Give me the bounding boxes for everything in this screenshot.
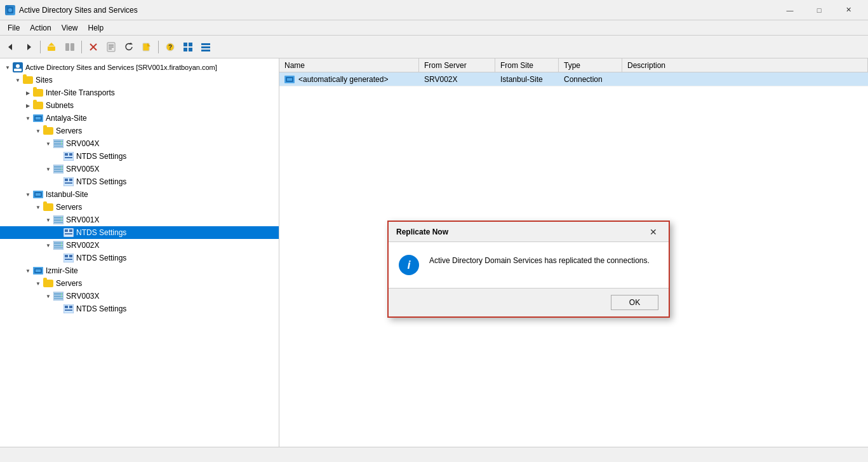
svg-marker-3	[27, 44, 31, 50]
antalya-servers-expand-icon: ▼	[33, 126, 43, 136]
subnets-folder-icon	[33, 100, 43, 111]
view1-button[interactable]	[180, 39, 196, 55]
list-row-0[interactable]: <automatically generated> SRV002X Istanb…	[279, 72, 868, 86]
subnets-label: Subnets	[46, 101, 74, 110]
show-hide-button[interactable]	[62, 39, 78, 55]
tree-sites[interactable]: ▼ Sites	[0, 74, 279, 86]
dialog-message: Active Directory Domain Services has rep…	[429, 255, 650, 266]
svg-point-46	[61, 166, 62, 168]
tree-srv005x[interactable]: ▼ SRV005X	[0, 163, 279, 175]
menu-view[interactable]: View	[57, 20, 83, 35]
tree-srv004x[interactable]: ▼ SRV004X	[0, 137, 279, 150]
svg-rect-7	[70, 43, 74, 51]
tree-ntds-srv001x[interactable]: NTDS Settings	[0, 226, 279, 239]
svg-rect-23	[201, 43, 210, 45]
tree-ntds-srv005x[interactable]: NTDS Settings	[0, 175, 279, 188]
svg-rect-54	[36, 193, 41, 196]
tree-ntds-srv004x[interactable]: NTDS Settings	[0, 150, 279, 163]
tree-istanbul-site[interactable]: ▼ Istanbul-Site	[0, 188, 279, 201]
maximize-button[interactable]: □	[805, 0, 834, 20]
antalya-site-icon	[33, 113, 43, 123]
tree-antalya-servers[interactable]: ▼ Servers	[0, 125, 279, 137]
menu-action[interactable]: Action	[25, 20, 56, 35]
svg-point-60	[61, 220, 62, 221]
srv001x-label: SRV001X	[66, 215, 99, 224]
list-cell-from-server-0: SRV002X	[419, 72, 495, 86]
srv005x-icon	[53, 164, 63, 174]
sites-label: Sites	[36, 76, 53, 85]
tree-srv002x[interactable]: ▼ SRV002X	[0, 239, 279, 252]
export-button[interactable]	[138, 39, 155, 55]
dialog-ok-button[interactable]: OK	[611, 295, 658, 310]
toolbar: ?	[0, 36, 868, 58]
status-bar	[0, 447, 868, 462]
row0-name: <automatically generated>	[298, 75, 388, 84]
izmir-site-label: Izmir-Site	[46, 266, 78, 275]
app-icon	[5, 5, 15, 15]
srv004x-icon	[53, 139, 63, 149]
minimize-button[interactable]: —	[775, 0, 805, 20]
sites-expand-icon: ▼	[13, 75, 23, 85]
ntds-srv004x-label: NTDS Settings	[76, 152, 126, 161]
istanbul-servers-expand-icon: ▼	[33, 202, 43, 212]
col-header-desc[interactable]: Description	[622, 58, 868, 72]
col-header-from-server[interactable]: From Server	[419, 58, 495, 72]
srv004x-expand-icon: ▼	[43, 139, 53, 149]
srv001x-expand-icon: ▼	[43, 215, 53, 225]
svg-rect-85	[65, 306, 68, 308]
ntds-srv005x-spacer	[53, 177, 63, 187]
forward-button[interactable]	[20, 39, 37, 55]
svg-rect-86	[69, 306, 72, 308]
tree-izmir-site[interactable]: ▼ Izmir-Site	[0, 264, 279, 277]
istanbul-servers-label: Servers	[56, 203, 82, 212]
tree-root[interactable]: ▼ Active Directory Sites and Services [S…	[0, 61, 279, 74]
svg-rect-19	[184, 43, 187, 46]
menu-help[interactable]: Help	[83, 20, 109, 35]
tree-pane[interactable]: ▼ Active Directory Sites and Services [S…	[0, 58, 279, 447]
subnets-expand-icon: ▶	[23, 100, 33, 111]
refresh-button[interactable]	[121, 39, 137, 55]
srv005x-label: SRV005X	[66, 165, 99, 173]
tree-ntds-srv002x[interactable]: NTDS Settings	[0, 252, 279, 264]
back-button[interactable]	[3, 39, 19, 55]
tree-subnets[interactable]: ▶ Subnets	[0, 99, 279, 112]
svg-rect-73	[69, 255, 72, 257]
svg-point-82	[61, 294, 62, 295]
col-header-from-site[interactable]: From Site	[495, 58, 559, 72]
tree-srv003x[interactable]: ▼ SRV003X	[0, 290, 279, 302]
list-cell-desc-0	[622, 72, 868, 86]
list-cell-name-0: <automatically generated>	[279, 72, 419, 86]
ntds-srv002x-spacer	[53, 253, 63, 263]
svg-rect-20	[189, 43, 192, 46]
svg-rect-87	[65, 309, 72, 311]
svg-rect-28	[14, 69, 22, 71]
svg-rect-24	[201, 46, 210, 48]
col-header-name[interactable]: Name	[279, 58, 419, 72]
svg-rect-35	[54, 146, 63, 147]
view2-button[interactable]	[197, 39, 214, 55]
tree-srv001x[interactable]: ▼ SRV001X	[0, 214, 279, 226]
tree-inter-site[interactable]: ▶ Inter-Site Transports	[0, 86, 279, 99]
up-folder-button[interactable]	[44, 39, 60, 55]
close-button[interactable]: ✕	[834, 0, 863, 20]
svg-point-70	[61, 245, 62, 247]
istanbul-site-label: Istanbul-Site	[46, 190, 88, 199]
ntds-srv005x-icon	[63, 177, 74, 187]
tree-ntds-srv003x[interactable]: NTDS Settings	[0, 302, 279, 315]
tree-izmir-servers[interactable]: ▼ Servers	[0, 277, 279, 290]
properties-button[interactable]	[103, 39, 119, 55]
sites-folder-icon	[23, 75, 33, 85]
tree-istanbul-servers[interactable]: ▼ Servers	[0, 201, 279, 214]
delete-button[interactable]	[85, 39, 102, 55]
col-header-type[interactable]: Type	[559, 58, 622, 72]
ntds-srv003x-spacer	[53, 304, 63, 314]
svg-point-83	[61, 296, 62, 297]
srv002x-label: SRV002X	[66, 241, 99, 250]
svg-rect-58	[54, 222, 63, 223]
dialog-close-button[interactable]: ✕	[646, 224, 661, 240]
tree-antalya-site[interactable]: ▼ Antalya-Site	[0, 112, 279, 125]
toolbar-sep-3	[158, 41, 159, 53]
ntds-srv001x-label: NTDS Settings	[76, 228, 126, 237]
menu-file[interactable]: File	[3, 20, 25, 35]
help-button[interactable]: ?	[162, 39, 178, 55]
